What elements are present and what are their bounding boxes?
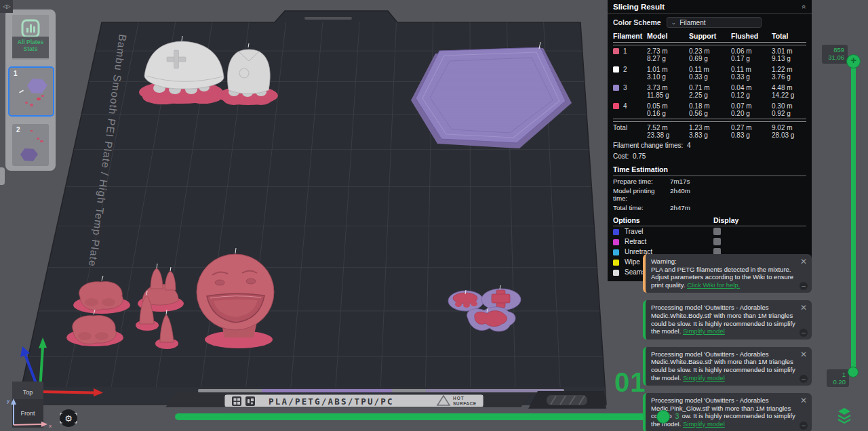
- stats-chart-icon: [20, 18, 41, 39]
- plate-2-number: 2: [16, 126, 20, 134]
- plate-thumbnail-2[interactable]: 2: [12, 124, 49, 166]
- slicing-result-panel: Slicing Result « Color Scheme ⌄ Filament…: [608, 0, 812, 281]
- sidebar-resize-handle[interactable]: [0, 167, 5, 185]
- thumb-dot: [31, 130, 33, 131]
- thumb-dot: [40, 140, 43, 142]
- close-icon[interactable]: ✕: [800, 396, 807, 405]
- fit-view-button[interactable]: ⚙: [60, 409, 77, 427]
- bambu-studio-preview: Bambu Smooth PEI Plate / High Temp Plate: [0, 0, 868, 431]
- time-estimation-title: Time Estimation: [608, 162, 812, 176]
- retract-checkbox[interactable]: ✓: [713, 238, 721, 245]
- filament-color-swatch: [613, 48, 619, 54]
- color-scheme-dropdown[interactable]: ⌄ Filament: [667, 17, 762, 28]
- layer-slider-bottom-handle[interactable]: [848, 367, 859, 377]
- plate-1-number: 1: [14, 70, 18, 77]
- chevron-down-icon: ⌄: [671, 20, 677, 25]
- filament-row: 2 1.01 m3.10 g 0.11 m0.33 g 0.11 m0.33 g…: [613, 64, 806, 82]
- plate-list-sidebar: All Plates Stats 1 2: [5, 9, 56, 171]
- wipe-color-swatch: [613, 260, 619, 266]
- notification-processing-body: Processing model 'Outwitters - Adorables…: [643, 300, 812, 339]
- axis-y-label: y: [7, 398, 9, 404]
- options-header: Options: [613, 216, 713, 224]
- prepare-time-row: Prepare time:7m17s: [608, 176, 812, 186]
- thumb-tick: [19, 89, 24, 93]
- thumb-dot: [37, 138, 39, 140]
- display-header: Display: [713, 216, 806, 224]
- option-row-travel: Travel ✓: [608, 226, 812, 237]
- close-icon[interactable]: ✕: [800, 350, 807, 358]
- col-support: Support: [689, 30, 731, 42]
- thumb-hexagon: [27, 79, 47, 94]
- thumb-dot: [30, 104, 33, 106]
- plate-material-label: PLA/PETG/ABS/TPU/PC HOT SURFACE: [224, 394, 484, 407]
- view-cube-top-label: Top: [23, 389, 33, 396]
- filament-color-swatch: [613, 103, 619, 109]
- col-flushed: Flushed: [731, 30, 772, 42]
- filament-row: 4 0.05 m0.16 g 0.18 m0.56 g 0.07 m0.20 g…: [613, 100, 806, 119]
- close-icon[interactable]: ✕: [800, 258, 807, 266]
- axis-x-label: x: [49, 423, 52, 429]
- simplify-model-link[interactable]: Simplify model: [683, 374, 725, 382]
- layer-top-tooltip: 859 31.06: [822, 45, 848, 64]
- total-time-row: Total time:2h47m: [608, 203, 812, 212]
- col-filament: Filament: [613, 30, 647, 42]
- step-slider-track[interactable]: [175, 413, 671, 420]
- filament-row: 3 3.73 m11.85 g 0.71 m2.25 g 0.04 m0.12 …: [613, 82, 806, 100]
- filament-row: 1 2.73 m8.27 g 0.23 m0.69 g 0.06 m0.17 g…: [613, 45, 806, 64]
- unretract-color-swatch: [613, 249, 619, 255]
- material-text: PLA/PETG/ABS/TPU/PC: [269, 396, 394, 407]
- notification-warning: Warning: PLA and PETG filaments detected…: [643, 254, 812, 293]
- simplify-model-link[interactable]: Simplify model: [683, 420, 725, 428]
- filament-table: Filament Model Support Flushed Total: [608, 30, 812, 42]
- color-scheme-label: Color Scheme: [613, 18, 661, 26]
- filament-color-swatch: [613, 66, 619, 73]
- step-slider-value: 3: [672, 411, 682, 422]
- col-model: Model: [647, 30, 689, 42]
- thumb-dot: [37, 98, 41, 100]
- cost: Cost: 0.75: [608, 151, 812, 162]
- seams-color-swatch: [613, 270, 619, 276]
- thumb-dot: [25, 102, 28, 104]
- notification-processing-base: Processing model 'Outwitters - Adorables…: [643, 347, 812, 386]
- retract-color-swatch: [613, 239, 619, 245]
- plate-number: 01: [614, 367, 646, 397]
- step-slider-handle[interactable]: [656, 410, 670, 424]
- thumb-hexagon: [20, 148, 38, 161]
- gear-icon: ⚙: [64, 413, 73, 424]
- col-total: Total: [772, 30, 806, 42]
- layer-bottom-tooltip: 1 0.20: [827, 369, 849, 387]
- layer-slider-top-handle[interactable]: +: [846, 54, 861, 68]
- plate-thumbnail-1[interactable]: 1: [8, 66, 54, 117]
- all-plates-stats-tile[interactable]: All Plates Stats: [12, 15, 49, 60]
- view-cube-front-label: Front: [20, 410, 35, 417]
- travel-color-swatch: [613, 229, 619, 235]
- layers-icon[interactable]: [838, 408, 850, 423]
- option-row-retract: Retract ✓: [608, 237, 812, 247]
- minimize-notification-button[interactable]: –: [800, 422, 808, 430]
- wiki-help-link[interactable]: Click Wiki for help.: [687, 281, 740, 289]
- filament-color-swatch: [613, 85, 619, 91]
- thumb-dot: [41, 95, 44, 97]
- plate-handle-slot: [304, 17, 352, 20]
- simplify-model-link[interactable]: Simplify model: [683, 327, 725, 335]
- hot-line1: HOT: [453, 396, 465, 401]
- minimize-notification-button[interactable]: –: [800, 375, 808, 383]
- view-cube[interactable]: Top Front: [12, 382, 43, 428]
- collapse-sidebar-button[interactable]: ◁▷: [0, 0, 13, 13]
- color-scheme-value: Filament: [679, 19, 705, 26]
- close-icon[interactable]: ✕: [800, 304, 807, 312]
- hot-line2: SURFACE: [453, 401, 477, 406]
- filament-change-times: Filament change times: 4: [608, 140, 812, 151]
- all-plates-stats-label: All Plates Stats: [12, 37, 49, 58]
- travel-checkbox[interactable]: ✓: [713, 228, 721, 235]
- model-printing-time-row: Model printing time:2h40m: [608, 186, 812, 203]
- purge-line-purple-1: [262, 389, 392, 392]
- minimize-notification-button[interactable]: –: [800, 282, 808, 290]
- notification-stack: Warning: PLA and PETG filaments detected…: [643, 254, 812, 431]
- collapse-panel-icon[interactable]: «: [800, 5, 808, 9]
- panel-title: Slicing Result: [613, 3, 665, 11]
- minimize-notification-button[interactable]: –: [800, 329, 808, 337]
- total-row: Total 7.52 m23.38 g 1.23 m3.83 g 0.27 m0…: [613, 122, 806, 140]
- layer-slider-track[interactable]: [851, 66, 856, 371]
